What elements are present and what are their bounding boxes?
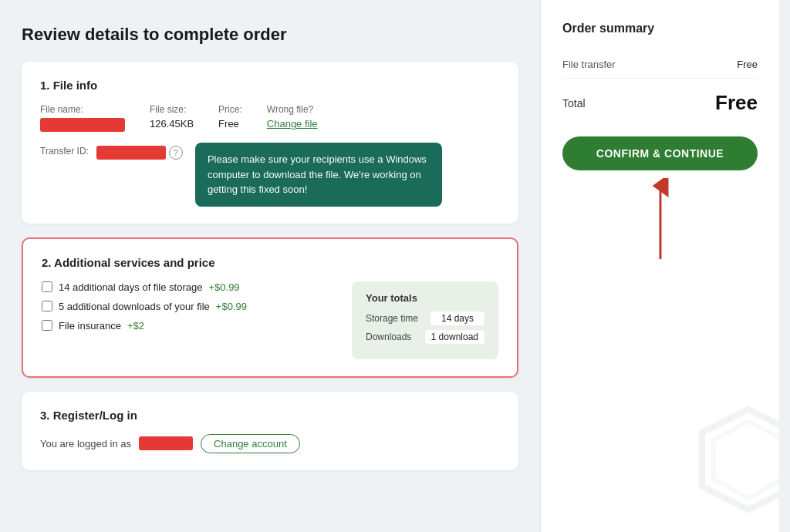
summary-total-row: Total Free bbox=[562, 82, 758, 123]
file-info-title: 1. File info bbox=[40, 79, 500, 92]
service-label-1: 14 additional days of file storage bbox=[59, 281, 202, 293]
register-row: You are logged in as Change account bbox=[40, 434, 500, 453]
service-item: 14 additional days of file storage +$0.9… bbox=[42, 281, 333, 293]
file-size-col: File size: 126.45KB bbox=[150, 104, 194, 130]
main-content: Review details to complete order 1. File… bbox=[0, 0, 540, 532]
file-size-label: File size: bbox=[150, 104, 194, 115]
service-price-3: +$2 bbox=[127, 320, 144, 332]
svg-marker-3 bbox=[714, 421, 779, 498]
transfer-id-redacted bbox=[96, 146, 166, 160]
totals-row-downloads: Downloads 1 download bbox=[366, 330, 484, 344]
file-info-card: 1. File info File name: File size: 126.4… bbox=[22, 62, 518, 224]
service-checkbox-1[interactable] bbox=[42, 281, 52, 292]
transfer-id-row: Transfer ID: ? bbox=[40, 143, 183, 160]
service-price-1: +$0.99 bbox=[208, 281, 239, 293]
price-value: Free bbox=[218, 118, 242, 130]
additional-services-card: 2. Additional services and price 14 addi… bbox=[22, 237, 518, 378]
file-transfer-label: File transfer bbox=[562, 59, 616, 70]
totals-box: Your totals Storage time 14 days Downloa… bbox=[352, 281, 498, 359]
wrong-file-col: Wrong file? Change file bbox=[267, 104, 318, 130]
downloads-label: Downloads bbox=[366, 332, 411, 342]
file-name-label: File name: bbox=[40, 104, 125, 115]
register-card: 3. Register/Log in You are logged in as … bbox=[22, 392, 518, 470]
tooltip-box: Please make sure your recipients use a W… bbox=[195, 143, 442, 207]
logged-in-text: You are logged in as bbox=[40, 438, 131, 450]
services-list: 14 additional days of file storage +$0.9… bbox=[42, 281, 333, 359]
total-value: Free bbox=[715, 91, 758, 115]
file-info-grid: File name: File size: 126.45KB Price: Fr… bbox=[40, 104, 500, 132]
hex-decoration bbox=[694, 406, 779, 517]
storage-time-label: Storage time bbox=[366, 313, 418, 324]
file-name-redacted bbox=[40, 118, 125, 132]
service-item-3: File insurance +$2 bbox=[42, 320, 333, 332]
storage-time-value: 14 days bbox=[430, 311, 484, 325]
file-size-value: 126.45KB bbox=[150, 118, 194, 130]
service-checkbox-2[interactable] bbox=[42, 301, 52, 311]
totals-title: Your totals bbox=[366, 292, 484, 304]
change-account-button[interactable]: Change account bbox=[201, 434, 300, 453]
service-item-2: 5 additional downloads of your file +$0.… bbox=[42, 301, 333, 312]
file-transfer-value: Free bbox=[737, 59, 758, 70]
service-label-2: 5 additional downloads of your file bbox=[59, 301, 210, 312]
service-price-2: +$0.99 bbox=[216, 301, 247, 312]
page-title: Review details to complete order bbox=[22, 25, 518, 45]
summary-file-transfer-row: File transfer Free bbox=[562, 51, 758, 79]
confirm-continue-button[interactable]: CONFIRM & CONTINUE bbox=[562, 136, 758, 170]
additional-services-title: 2. Additional services and price bbox=[42, 256, 498, 269]
service-label-3: File insurance bbox=[59, 320, 121, 332]
file-name-col: File name: bbox=[40, 104, 125, 132]
transfer-id-label: Transfer ID: bbox=[40, 146, 89, 157]
register-title: 3. Register/Log in bbox=[40, 409, 500, 422]
price-col: Price: Free bbox=[218, 104, 242, 130]
change-file-link[interactable]: Change file bbox=[267, 118, 318, 130]
username-redacted bbox=[139, 436, 193, 450]
arrow-icon bbox=[637, 178, 684, 263]
services-inner: 14 additional days of file storage +$0.9… bbox=[42, 281, 498, 359]
price-label: Price: bbox=[218, 104, 242, 115]
sidebar: Order summary File transfer Free Total F… bbox=[540, 0, 779, 532]
tooltip-text: Please make sure your recipients use a W… bbox=[208, 153, 427, 195]
info-icon[interactable]: ? bbox=[169, 146, 183, 160]
downloads-value: 1 download bbox=[425, 330, 484, 344]
service-checkbox-3[interactable] bbox=[42, 320, 52, 331]
total-label: Total bbox=[562, 97, 586, 109]
totals-row-storage: Storage time 14 days bbox=[366, 311, 484, 325]
order-summary-title: Order summary bbox=[562, 22, 758, 35]
wrong-file-label: Wrong file? bbox=[267, 104, 318, 115]
arrow-container bbox=[562, 178, 758, 271]
